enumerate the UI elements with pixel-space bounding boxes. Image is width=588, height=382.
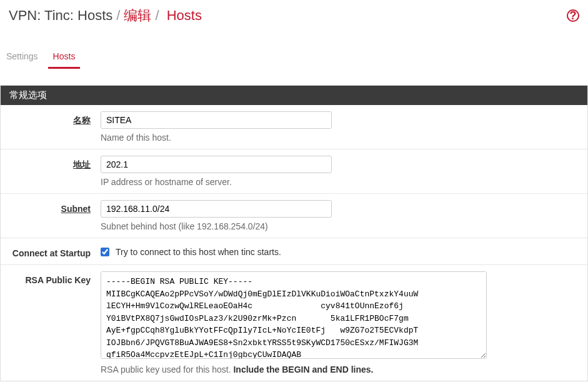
address-input[interactable] — [101, 156, 332, 173]
help-subnet: Subnet behind host (like 192.168.254.0/2… — [101, 221, 579, 231]
help-rsa: RSA public key used for this host. Inclu… — [101, 364, 579, 374]
page-header: VPN: Tinc: Hosts / 编辑 / Hosts ? — [0, 0, 588, 31]
row-rsa: RSA Public Key -----BEGIN RSA PUBLIC KEY… — [1, 265, 587, 381]
breadcrumb-hosts[interactable]: Hosts — [167, 8, 202, 24]
value-name: Name of this host. — [101, 111, 587, 143]
row-connect: Connect at Startup Try to connect to thi… — [1, 238, 587, 265]
value-rsa: -----BEGIN RSA PUBLIC KEY----- MIIBCgKCA… — [101, 271, 587, 374]
subnet-input[interactable] — [101, 200, 332, 218]
breadcrumb-edit[interactable]: 编辑 — [124, 6, 151, 25]
label-rsa: RSA Public Key — [1, 271, 101, 374]
tab-settings[interactable]: Settings — [5, 46, 39, 68]
breadcrumb-separator: / — [116, 8, 120, 24]
breadcrumb: VPN: Tinc: Hosts / 编辑 / Hosts — [9, 6, 202, 25]
tabs: Settings Hosts — [0, 46, 588, 68]
label-address: 地址 — [1, 156, 101, 187]
breadcrumb-separator: / — [155, 8, 159, 24]
name-input[interactable] — [101, 111, 332, 129]
row-subnet: Subnet Subnet behind host (like 192.168.… — [1, 194, 587, 238]
help-name: Name of this host. — [101, 133, 579, 143]
value-subnet: Subnet behind host (like 192.168.254.0/2… — [101, 200, 587, 231]
rsa-textarea[interactable]: -----BEGIN RSA PUBLIC KEY----- MIIBCgKCA… — [101, 271, 487, 359]
help-icon[interactable]: ? — [567, 9, 579, 22]
row-name: 名称 Name of this host. — [1, 105, 587, 149]
connect-checkbox-label: Try to connect to this host when tinc st… — [116, 247, 281, 257]
row-address: 地址 IP address or hostname of server. — [1, 149, 587, 194]
breadcrumb-main: VPN: Tinc: Hosts — [9, 8, 112, 24]
help-address: IP address or hostname of server. — [101, 177, 579, 187]
value-address: IP address or hostname of server. — [101, 156, 587, 187]
value-connect: Try to connect to this host when tinc st… — [101, 244, 587, 258]
general-options-section: 常规选项 名称 Name of this host. 地址 IP address… — [0, 85, 588, 381]
label-connect: Connect at Startup — [1, 244, 101, 258]
label-subnet: Subnet — [1, 200, 101, 231]
label-name: 名称 — [1, 111, 101, 143]
connect-checkbox[interactable] — [101, 248, 109, 256]
section-title: 常规选项 — [1, 86, 587, 105]
tab-hosts[interactable]: Hosts — [52, 46, 77, 68]
